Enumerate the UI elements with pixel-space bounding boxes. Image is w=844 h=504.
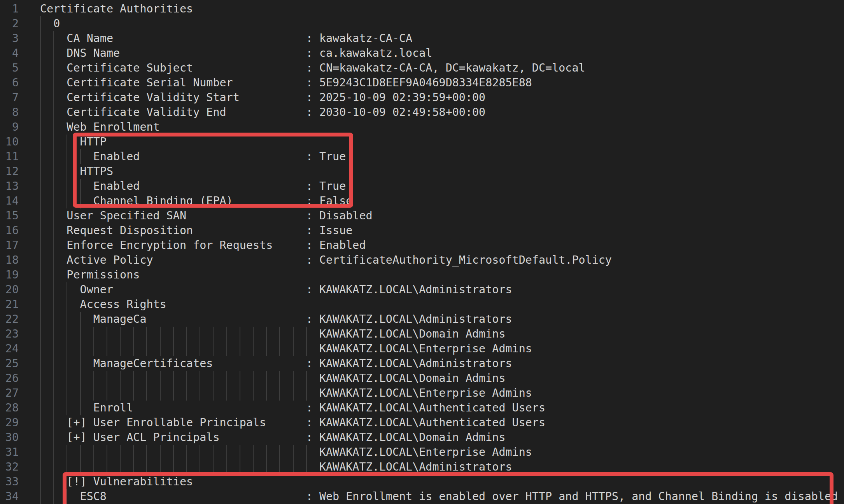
line-number: 30	[0, 430, 19, 445]
line-number: 14	[0, 194, 19, 208]
code-line: 29 [+] User Enrollable Principals : KAWA…	[0, 415, 844, 430]
code-line: 2 0	[0, 16, 844, 31]
code-text[interactable]: [!] Vulnerabilities	[40, 474, 193, 489]
code-text[interactable]: KAWAKATZ.LOCAL\Administrators	[40, 460, 512, 474]
line-number: 17	[0, 238, 19, 253]
line-number: 6	[0, 75, 19, 90]
code-line: 34 ESC8 : Web Enrollment is enabled over…	[0, 489, 844, 504]
code-text[interactable]: Active Policy : CertificateAuthority_Mic…	[40, 253, 612, 268]
code-line: 9 Web Enrollment	[0, 120, 844, 135]
code-line: 24 KAWAKATZ.LOCAL\Enterprise Admins	[0, 341, 844, 356]
code-line: 3 CA Name : kawakatz-CA-CA	[0, 31, 844, 46]
code-text[interactable]: [+] User Enrollable Principals : KAWAKAT…	[40, 415, 545, 430]
line-number: 4	[0, 46, 19, 61]
line-number: 10	[0, 135, 19, 149]
line-number: 28	[0, 401, 19, 415]
code-line: 27 KAWAKATZ.LOCAL\Enterprise Admins	[0, 386, 844, 401]
line-number: 24	[0, 341, 19, 356]
code-line: 31 KAWAKATZ.LOCAL\Enterprise Admins	[0, 445, 844, 460]
code-text[interactable]: ManageCertificates : KAWAKATZ.LOCAL\Admi…	[40, 356, 512, 371]
code-text[interactable]: HTTPS	[40, 164, 113, 179]
code-text[interactable]: KAWAKATZ.LOCAL\Enterprise Admins	[40, 445, 532, 460]
line-number: 23	[0, 327, 19, 341]
code-line: 22 ManageCa : KAWAKATZ.LOCAL\Administrat…	[0, 312, 844, 327]
code-text[interactable]: Certificate Serial Number : 5E9243C1D8EE…	[40, 75, 532, 90]
code-line: 19 Permissions	[0, 268, 844, 282]
code-text[interactable]: KAWAKATZ.LOCAL\Domain Admins	[40, 327, 505, 341]
code-text[interactable]: Enroll : KAWAKATZ.LOCAL\Authenticated Us…	[40, 401, 545, 415]
code-line: 1Certificate Authorities	[0, 2, 844, 16]
code-text[interactable]: Web Enrollment	[40, 120, 160, 135]
line-number: 9	[0, 120, 19, 135]
line-number: 5	[0, 61, 19, 75]
code-line: 26 KAWAKATZ.LOCAL\Domain Admins	[0, 371, 844, 386]
code-text[interactable]: Certificate Authorities	[40, 2, 193, 16]
code-text[interactable]: Channel Binding (EPA) : False	[40, 194, 352, 208]
code-line: 18 Active Policy : CertificateAuthority_…	[0, 253, 844, 268]
line-number: 32	[0, 460, 19, 474]
code-text[interactable]: Permissions	[40, 268, 140, 282]
code-line: 30 [+] User ACL Principals : KAWAKATZ.LO…	[0, 430, 844, 445]
code-text[interactable]: CA Name : kawakatz-CA-CA	[40, 31, 412, 46]
line-number: 29	[0, 415, 19, 430]
code-text[interactable]: HTTP	[40, 135, 107, 149]
code-text[interactable]: DNS Name : ca.kawakatz.local	[40, 46, 432, 61]
line-number: 13	[0, 179, 19, 194]
line-number: 1	[0, 2, 19, 16]
line-number: 11	[0, 149, 19, 164]
line-number: 7	[0, 90, 19, 105]
code-text[interactable]: KAWAKATZ.LOCAL\Domain Admins	[40, 371, 505, 386]
code-line: 5 Certificate Subject : CN=kawakatz-CA-C…	[0, 61, 844, 75]
code-line: 12 HTTPS	[0, 164, 844, 179]
code-text[interactable]: KAWAKATZ.LOCAL\Enterprise Admins	[40, 341, 532, 356]
code-line: 28 Enroll : KAWAKATZ.LOCAL\Authenticated…	[0, 401, 844, 415]
code-line: 32 KAWAKATZ.LOCAL\Administrators	[0, 460, 844, 474]
line-number: 31	[0, 445, 19, 460]
line-number: 22	[0, 312, 19, 327]
code-line: 25 ManageCertificates : KAWAKATZ.LOCAL\A…	[0, 356, 844, 371]
code-text[interactable]: Certificate Validity End : 2030-10-09 02…	[40, 105, 485, 120]
code-text[interactable]: Access Rights	[40, 297, 166, 312]
code-text[interactable]: User Specified SAN : Disabled	[40, 208, 373, 223]
code-line: 4 DNS Name : ca.kawakatz.local	[0, 46, 844, 61]
line-number: 25	[0, 356, 19, 371]
code-line: 21 Access Rights	[0, 297, 844, 312]
code-text[interactable]: 0	[40, 16, 60, 31]
line-number: 21	[0, 297, 19, 312]
code-text[interactable]: ESC8 : Web Enrollment is enabled over HT…	[40, 489, 838, 504]
code-line: 15 User Specified SAN : Disabled	[0, 208, 844, 223]
code-text[interactable]: Owner : KAWAKATZ.LOCAL\Administrators	[40, 282, 512, 297]
code-line: 13 Enabled : True	[0, 179, 844, 194]
code-line: 11 Enabled : True	[0, 149, 844, 164]
code-line: 17 Enforce Encryption for Requests : Ena…	[0, 238, 844, 253]
code-line: 16 Request Disposition : Issue	[0, 223, 844, 238]
code-text[interactable]: ManageCa : KAWAKATZ.LOCAL\Administrators	[40, 312, 512, 327]
line-number: 26	[0, 371, 19, 386]
line-number: 33	[0, 474, 19, 489]
line-number: 3	[0, 31, 19, 46]
code-line: 23 KAWAKATZ.LOCAL\Domain Admins	[0, 327, 844, 341]
code-line: 6 Certificate Serial Number : 5E9243C1D8…	[0, 75, 844, 90]
line-number: 18	[0, 253, 19, 268]
code-text[interactable]: Enforce Encryption for Requests : Enable…	[40, 238, 366, 253]
code-editor: 1Certificate Authorities2 03 CA Name : k…	[0, 0, 844, 504]
line-number: 16	[0, 223, 19, 238]
line-number: 19	[0, 268, 19, 282]
code-text[interactable]: Certificate Subject : CN=kawakatz-CA-CA,…	[40, 61, 585, 75]
line-number: 27	[0, 386, 19, 401]
line-number: 15	[0, 208, 19, 223]
code-text[interactable]: Enabled : True	[40, 179, 346, 194]
code-line: 8 Certificate Validity End : 2030-10-09 …	[0, 105, 844, 120]
code-text[interactable]: Request Disposition : Issue	[40, 223, 352, 238]
code-text[interactable]: Enabled : True	[40, 149, 346, 164]
code-line: 7 Certificate Validity Start : 2025-10-0…	[0, 90, 844, 105]
line-number: 34	[0, 489, 19, 504]
code-line: 14 Channel Binding (EPA) : False	[0, 194, 844, 208]
line-number: 8	[0, 105, 19, 120]
code-line: 20 Owner : KAWAKATZ.LOCAL\Administrators	[0, 282, 844, 297]
code-text[interactable]: [+] User ACL Principals : KAWAKATZ.LOCAL…	[40, 430, 505, 445]
code-line: 33 [!] Vulnerabilities	[0, 474, 844, 489]
code-text[interactable]: KAWAKATZ.LOCAL\Enterprise Admins	[40, 386, 532, 401]
code-text[interactable]: Certificate Validity Start : 2025-10-09 …	[40, 90, 485, 105]
line-number: 20	[0, 282, 19, 297]
